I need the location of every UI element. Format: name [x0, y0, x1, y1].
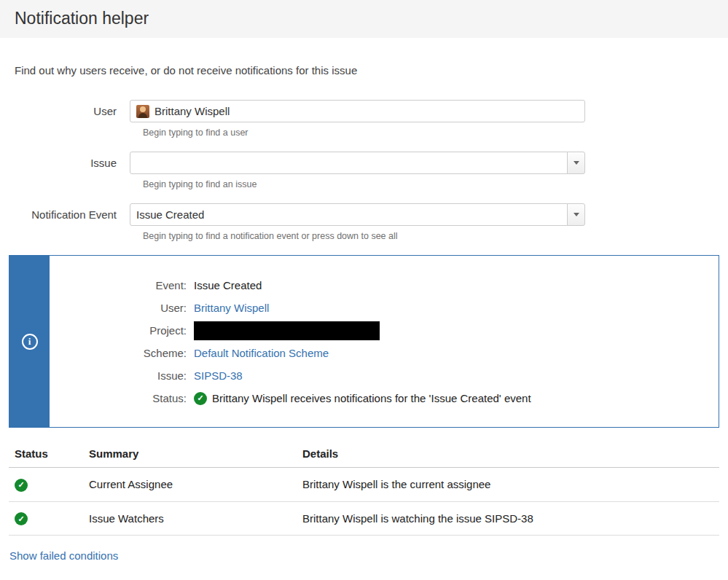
intro-text: Find out why users receive, or do not re…	[15, 64, 713, 77]
info-status-value: ✓ Brittany Wispell receives notification…	[194, 392, 531, 405]
info-issue-link[interactable]: SIPSD-38	[194, 369, 243, 382]
table-row: ✓ Issue Watchers Brittany Wispell is wat…	[9, 501, 719, 536]
status-cell: ✓	[9, 501, 83, 536]
info-row-project: Project:	[50, 319, 719, 342]
chevron-down-icon	[574, 213, 579, 216]
details-cell: Brittany Wispell is the current assignee	[297, 468, 719, 502]
info-panel-content: Event: Issue Created User: Brittany Wisp…	[50, 256, 719, 427]
column-header-summary: Summary	[83, 442, 297, 468]
info-label-project: Project:	[50, 324, 194, 337]
chevron-down-icon	[574, 161, 579, 165]
user-avatar-icon	[136, 105, 149, 118]
issue-hint: Begin typing to find an issue	[143, 179, 728, 189]
event-hint: Begin typing to find a notification even…	[143, 231, 728, 241]
check-circle-icon: ✓	[15, 512, 28, 525]
conditions-table: Status Summary Details ✓ Current Assigne…	[9, 442, 719, 536]
column-header-details: Details	[297, 442, 719, 468]
redacted-project-value	[194, 321, 380, 340]
check-circle-icon: ✓	[15, 479, 28, 492]
user-label: User	[0, 105, 130, 117]
issue-label: Issue	[0, 157, 130, 169]
event-input-value: Issue Created	[136, 208, 204, 221]
summary-cell: Issue Watchers	[83, 501, 297, 536]
user-input-value: Brittany Wispell	[154, 105, 230, 117]
user-hint: Begin typing to find a user	[143, 128, 728, 138]
user-form-row: User Brittany Wispell	[0, 100, 728, 122]
status-cell: ✓	[9, 468, 83, 502]
page-header: Notification helper	[0, 0, 728, 38]
event-form-row: Notification Event Issue Created	[0, 203, 728, 226]
info-row-status: Status: ✓ Brittany Wispell receives noti…	[50, 387, 719, 409]
info-value-event: Issue Created	[194, 279, 262, 291]
event-label: Notification Event	[0, 208, 130, 221]
summary-cell: Current Assignee	[83, 468, 297, 502]
info-label-scheme: Scheme:	[50, 347, 194, 359]
page-title: Notification helper	[15, 9, 713, 28]
issue-field-wrap	[130, 152, 585, 174]
info-row-user: User: Brittany Wispell	[50, 297, 719, 319]
info-row-event: Event: Issue Created	[50, 274, 719, 297]
table-header-row: Status Summary Details	[9, 442, 719, 468]
info-panel: i Event: Issue Created User: Brittany Wi…	[9, 255, 719, 428]
issue-form-row: Issue	[0, 152, 728, 174]
info-scheme-link[interactable]: Default Notification Scheme	[194, 347, 329, 359]
info-panel-accent-bar: i	[9, 256, 50, 427]
info-user-link[interactable]: Brittany Wispell	[194, 302, 269, 314]
event-field-wrap: Issue Created	[130, 203, 585, 226]
notification-helper-form: User Brittany Wispell Begin typing to fi…	[0, 100, 728, 241]
user-input[interactable]: Brittany Wispell	[130, 100, 585, 122]
info-label-user: User:	[50, 302, 194, 314]
check-circle-icon: ✓	[194, 392, 207, 405]
issue-dropdown-button[interactable]	[567, 152, 585, 174]
table-row: ✓ Current Assignee Brittany Wispell is t…	[9, 468, 719, 502]
details-cell: Brittany Wispell is watching the issue S…	[297, 501, 719, 536]
info-label-event: Event:	[50, 279, 194, 291]
column-header-status: Status	[9, 442, 83, 468]
info-row-issue: Issue: SIPSD-38	[50, 364, 719, 387]
issue-input[interactable]	[130, 152, 568, 174]
info-label-issue: Issue:	[50, 369, 194, 382]
info-row-scheme: Scheme: Default Notification Scheme	[50, 342, 719, 364]
event-dropdown-button[interactable]	[567, 203, 585, 226]
info-circle-icon: i	[22, 334, 38, 350]
event-input[interactable]: Issue Created	[130, 203, 568, 226]
info-status-text: Brittany Wispell receives notifications …	[212, 392, 531, 404]
user-field-wrap: Brittany Wispell	[130, 100, 585, 122]
show-failed-conditions-link[interactable]: Show failed conditions	[9, 549, 118, 562]
info-label-status: Status:	[50, 392, 194, 404]
